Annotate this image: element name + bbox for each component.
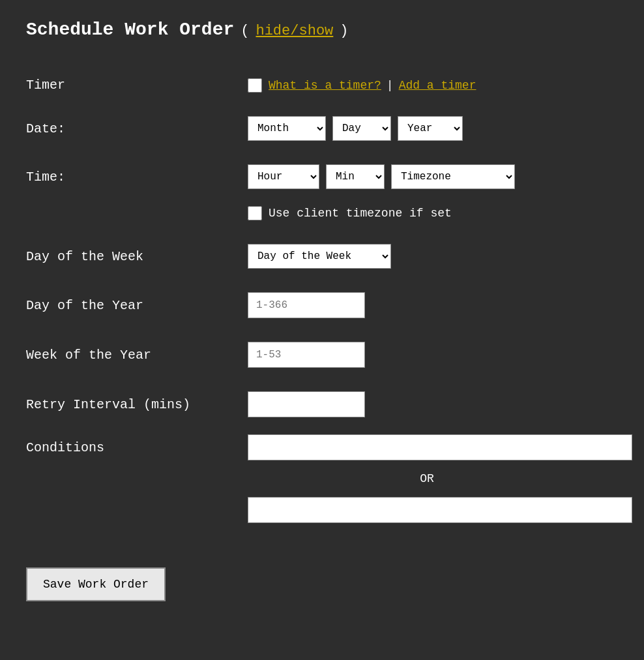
day-of-week-label: Day of the Week (26, 249, 235, 264)
day-of-week-row: Day of the Week Day of the WeekSundayMon… (26, 232, 618, 280)
timer-controls: What is a timer? | Add a timer (248, 78, 476, 93)
week-of-year-input[interactable] (248, 342, 365, 368)
client-timezone-text: Use client timezone if set (269, 207, 452, 220)
client-timezone-controls: Use client timezone if set (248, 206, 452, 220)
timer-links: What is a timer? | Add a timer (269, 79, 476, 92)
conditions-controls-2 (248, 497, 632, 523)
day-of-year-controls (248, 292, 365, 318)
close-paren: ) (340, 23, 348, 39)
retry-interval-controls: 1 (248, 391, 365, 417)
open-paren: ( (241, 23, 249, 39)
add-timer-link[interactable]: Add a timer (399, 79, 476, 92)
min-select[interactable]: Min000510152025303540455055 (326, 164, 385, 189)
day-of-week-select[interactable]: Day of the WeekSundayMondayTuesdayWednes… (248, 244, 391, 269)
conditions-row: Conditions (26, 429, 618, 466)
date-label: Date: (26, 121, 235, 136)
day-of-year-label: Day of the Year (26, 298, 235, 313)
time-label: Time: (26, 170, 235, 185)
what-is-timer-link[interactable]: What is a timer? (269, 79, 381, 92)
timezone-select[interactable]: TimezoneUTCUS/EasternUS/CentralUS/Mounta… (391, 164, 515, 189)
schedule-form: Timer What is a timer? | Add a timer Dat… (26, 66, 618, 528)
conditions-row-2 (26, 492, 618, 528)
client-timezone-row: Use client timezone if set (26, 201, 618, 232)
timer-row: Timer What is a timer? | Add a timer (26, 66, 618, 104)
timer-checkbox[interactable] (248, 78, 262, 93)
day-of-week-controls: Day of the WeekSundayMondayTuesdayWednes… (248, 244, 391, 269)
year-select[interactable]: Year2023202420252026 (398, 116, 463, 141)
conditions-input-2[interactable] (248, 497, 632, 523)
conditions-controls (248, 434, 632, 460)
page-header: Schedule Work Order ( hide/show ) (26, 20, 618, 40)
week-of-year-label: Week of the Year (26, 348, 235, 363)
date-controls: MonthJanuaryFebruaryMarchAprilMayJuneJul… (248, 116, 463, 141)
week-of-year-row: Week of the Year (26, 330, 618, 380)
time-row: Time: Hour123456789101112 Min00051015202… (26, 153, 618, 201)
save-work-order-button[interactable]: Save Work Order (26, 567, 166, 601)
day-of-year-input[interactable] (248, 292, 365, 318)
day-select[interactable]: Day12345678910 (332, 116, 391, 141)
hide-show-link[interactable]: hide/show (256, 23, 333, 39)
month-select[interactable]: MonthJanuaryFebruaryMarchAprilMayJuneJul… (248, 116, 326, 141)
client-timezone-label: Use client timezone if set (248, 206, 452, 220)
pipe-separator: | (387, 79, 394, 92)
retry-interval-input[interactable]: 1 (248, 391, 365, 417)
retry-interval-label: Retry Interval (mins) (26, 397, 235, 412)
client-timezone-checkbox[interactable] (248, 206, 262, 220)
conditions-label: Conditions (26, 440, 235, 455)
page-title: Schedule Work Order (26, 20, 234, 40)
retry-interval-row: Retry Interval (mins) 1 (26, 380, 618, 429)
timer-label: Timer (26, 78, 235, 93)
or-divider: OR (235, 466, 619, 492)
week-of-year-controls (248, 342, 365, 368)
hour-select[interactable]: Hour123456789101112 (248, 164, 319, 189)
conditions-input-1[interactable] (248, 434, 632, 460)
date-row: Date: MonthJanuaryFebruaryMarchAprilMayJ… (26, 104, 618, 153)
day-of-year-row: Day of the Year (26, 280, 618, 330)
time-controls: Hour123456789101112 Min00051015202530354… (248, 164, 515, 189)
